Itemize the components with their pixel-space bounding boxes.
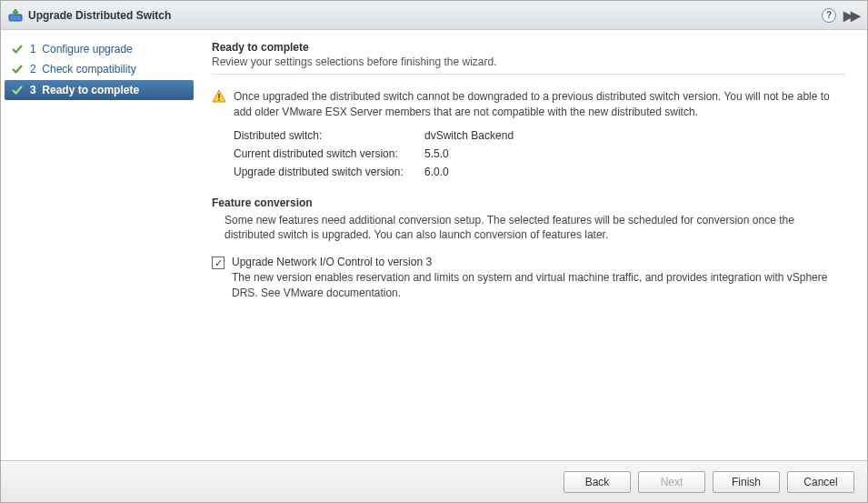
help-icon[interactable]: ?	[822, 8, 836, 23]
current-version-value: 5.5.0	[424, 147, 449, 160]
feature-conversion-text: Some new features need additional conver…	[224, 213, 845, 244]
summary-table: Distributed switch: dvSwitch Backend Cur…	[234, 129, 845, 178]
upgrade-version-label: Upgrade distributed switch version:	[234, 166, 424, 178]
checkmark-icon	[12, 44, 25, 55]
nioc-checkbox-desc: The new version enables reservation and …	[232, 270, 845, 301]
checkmark-icon	[12, 85, 25, 96]
wizard-content: Ready to complete Review your settings s…	[197, 30, 867, 460]
expand-icon[interactable]: ▶▶	[842, 8, 860, 23]
cancel-button[interactable]: Cancel	[787, 471, 854, 493]
wizard-footer: Back Next Finish Cancel	[1, 460, 867, 502]
warning-message: Once upgraded the distributed switch can…	[212, 89, 845, 120]
upgrade-switch-icon	[8, 8, 23, 23]
warning-icon	[212, 89, 226, 104]
titlebar: Upgrade Distributed Switch ? ▶▶	[1, 1, 867, 30]
warning-text: Once upgraded the distributed switch can…	[234, 89, 845, 120]
page-heading: Ready to complete	[212, 41, 845, 54]
current-version-label: Current distributed switch version:	[234, 147, 424, 160]
svg-rect-2	[218, 99, 219, 101]
next-button: Next	[638, 471, 705, 493]
page-subtitle: Review your settings selections before f…	[212, 55, 845, 68]
step-check-compatibility[interactable]: 2 Check compatibility	[1, 59, 197, 79]
divider	[212, 74, 845, 75]
upgrade-version-value: 6.0.0	[424, 166, 449, 178]
step-configure-upgrade[interactable]: 1 Configure upgrade	[1, 39, 197, 59]
feature-nioc-upgrade: ✓ Upgrade Network I/O Control to version…	[212, 256, 845, 301]
checkmark-icon	[12, 64, 25, 75]
window-title: Upgrade Distributed Switch	[28, 9, 822, 22]
back-button[interactable]: Back	[564, 471, 631, 493]
nioc-checkbox-label: Upgrade Network I/O Control to version 3	[232, 256, 845, 268]
feature-conversion-heading: Feature conversion	[212, 196, 845, 209]
step-ready-to-complete[interactable]: 3 Ready to complete	[5, 80, 194, 100]
nioc-checkbox[interactable]: ✓	[212, 257, 224, 269]
wizard-steps-sidebar: 1 Configure upgrade 2 Check compatibilit…	[1, 30, 197, 460]
svg-rect-1	[218, 94, 219, 98]
finish-button[interactable]: Finish	[713, 471, 780, 493]
switch-label: Distributed switch:	[234, 129, 424, 142]
switch-value: dvSwitch Backend	[424, 129, 514, 142]
